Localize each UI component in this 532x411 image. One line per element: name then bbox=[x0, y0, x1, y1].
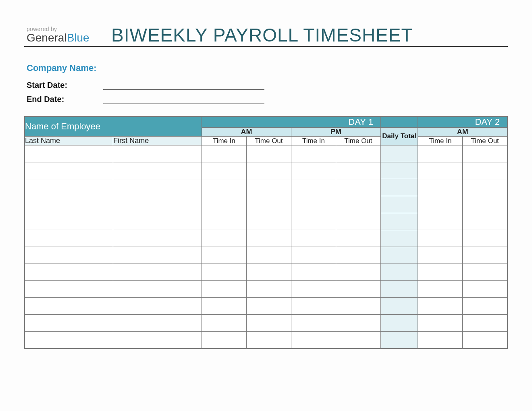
table-cell[interactable] bbox=[291, 264, 336, 281]
table-cell[interactable] bbox=[418, 264, 463, 281]
start-date-input[interactable] bbox=[103, 81, 264, 90]
table-cell[interactable] bbox=[336, 281, 380, 298]
table-cell[interactable] bbox=[380, 162, 418, 179]
table-cell[interactable] bbox=[463, 162, 507, 179]
table-cell[interactable] bbox=[418, 247, 463, 264]
table-cell[interactable] bbox=[113, 179, 202, 196]
table-cell[interactable] bbox=[463, 298, 507, 315]
table-cell[interactable] bbox=[202, 213, 246, 230]
table-cell[interactable] bbox=[418, 298, 463, 315]
table-cell[interactable] bbox=[246, 213, 291, 230]
table-cell[interactable] bbox=[246, 247, 291, 264]
table-cell[interactable] bbox=[380, 179, 418, 196]
table-cell[interactable] bbox=[336, 315, 380, 332]
table-cell[interactable] bbox=[113, 264, 202, 281]
table-cell[interactable] bbox=[202, 264, 246, 281]
table-cell[interactable] bbox=[336, 247, 380, 264]
table-cell[interactable] bbox=[380, 264, 418, 281]
table-cell[interactable] bbox=[380, 145, 418, 162]
table-cell[interactable] bbox=[418, 281, 463, 298]
table-cell[interactable] bbox=[336, 179, 380, 196]
table-cell[interactable] bbox=[113, 145, 202, 162]
table-cell[interactable] bbox=[202, 145, 246, 162]
table-cell[interactable] bbox=[25, 213, 113, 230]
table-cell[interactable] bbox=[113, 213, 202, 230]
table-cell[interactable] bbox=[113, 247, 202, 264]
table-cell[interactable] bbox=[113, 162, 202, 179]
table-cell[interactable] bbox=[418, 315, 463, 332]
table-cell[interactable] bbox=[463, 230, 507, 247]
table-cell[interactable] bbox=[291, 179, 336, 196]
table-cell[interactable] bbox=[418, 230, 463, 247]
table-cell[interactable] bbox=[291, 145, 336, 162]
table-cell[interactable] bbox=[463, 332, 507, 349]
table-cell[interactable] bbox=[291, 281, 336, 298]
table-cell[interactable] bbox=[113, 196, 202, 213]
table-cell[interactable] bbox=[25, 298, 113, 315]
table-cell[interactable] bbox=[25, 264, 113, 281]
end-date-input[interactable] bbox=[103, 95, 264, 104]
table-cell[interactable] bbox=[463, 264, 507, 281]
table-cell[interactable] bbox=[463, 281, 507, 298]
table-cell[interactable] bbox=[25, 230, 113, 247]
table-cell[interactable] bbox=[291, 162, 336, 179]
table-cell[interactable] bbox=[380, 247, 418, 264]
table-cell[interactable] bbox=[380, 298, 418, 315]
table-cell[interactable] bbox=[463, 196, 507, 213]
table-cell[interactable] bbox=[336, 196, 380, 213]
table-cell[interactable] bbox=[246, 145, 291, 162]
table-cell[interactable] bbox=[202, 332, 246, 349]
table-cell[interactable] bbox=[246, 332, 291, 349]
table-cell[interactable] bbox=[418, 179, 463, 196]
table-cell[interactable] bbox=[246, 264, 291, 281]
table-cell[interactable] bbox=[291, 196, 336, 213]
table-cell[interactable] bbox=[380, 315, 418, 332]
table-cell[interactable] bbox=[25, 162, 113, 179]
table-cell[interactable] bbox=[380, 213, 418, 230]
table-cell[interactable] bbox=[113, 315, 202, 332]
table-cell[interactable] bbox=[113, 281, 202, 298]
table-cell[interactable] bbox=[202, 230, 246, 247]
table-cell[interactable] bbox=[25, 179, 113, 196]
table-cell[interactable] bbox=[463, 145, 507, 162]
table-cell[interactable] bbox=[380, 196, 418, 213]
table-cell[interactable] bbox=[291, 213, 336, 230]
table-cell[interactable] bbox=[336, 230, 380, 247]
table-cell[interactable] bbox=[246, 196, 291, 213]
table-cell[interactable] bbox=[246, 179, 291, 196]
table-cell[interactable] bbox=[25, 281, 113, 298]
table-cell[interactable] bbox=[336, 162, 380, 179]
table-cell[interactable] bbox=[463, 179, 507, 196]
table-cell[interactable] bbox=[380, 230, 418, 247]
table-cell[interactable] bbox=[113, 298, 202, 315]
table-cell[interactable] bbox=[202, 179, 246, 196]
table-cell[interactable] bbox=[336, 332, 380, 349]
table-cell[interactable] bbox=[418, 162, 463, 179]
table-cell[interactable] bbox=[246, 230, 291, 247]
table-cell[interactable] bbox=[418, 213, 463, 230]
table-cell[interactable] bbox=[291, 298, 336, 315]
table-cell[interactable] bbox=[380, 281, 418, 298]
table-cell[interactable] bbox=[463, 213, 507, 230]
table-cell[interactable] bbox=[380, 332, 418, 349]
table-cell[interactable] bbox=[291, 230, 336, 247]
table-cell[interactable] bbox=[463, 247, 507, 264]
table-cell[interactable] bbox=[418, 196, 463, 213]
table-cell[interactable] bbox=[202, 315, 246, 332]
table-cell[interactable] bbox=[25, 196, 113, 213]
table-cell[interactable] bbox=[336, 298, 380, 315]
table-cell[interactable] bbox=[246, 281, 291, 298]
table-cell[interactable] bbox=[291, 332, 336, 349]
table-cell[interactable] bbox=[291, 247, 336, 264]
table-cell[interactable] bbox=[25, 247, 113, 264]
table-cell[interactable] bbox=[25, 332, 113, 349]
table-cell[interactable] bbox=[463, 315, 507, 332]
table-cell[interactable] bbox=[336, 213, 380, 230]
table-cell[interactable] bbox=[202, 281, 246, 298]
table-cell[interactable] bbox=[202, 196, 246, 213]
table-cell[interactable] bbox=[246, 315, 291, 332]
table-cell[interactable] bbox=[202, 162, 246, 179]
table-cell[interactable] bbox=[291, 315, 336, 332]
table-cell[interactable] bbox=[113, 230, 202, 247]
table-cell[interactable] bbox=[246, 298, 291, 315]
